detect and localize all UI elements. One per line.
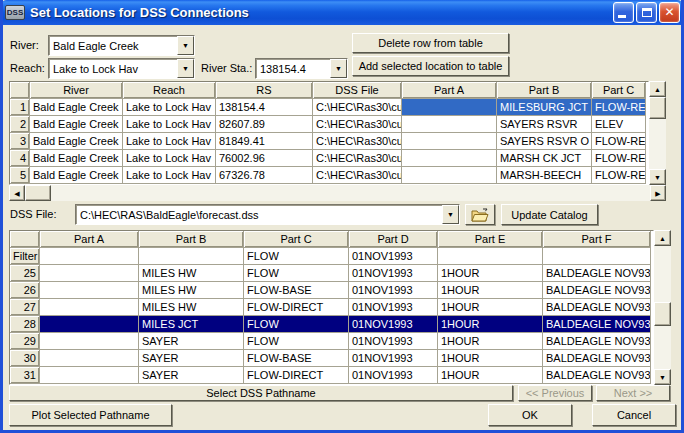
- scroll-down-icon[interactable]: ▼: [654, 369, 671, 385]
- table-cell[interactable]: MILES HW: [139, 282, 244, 299]
- table-cell-selected[interactable]: MILESBURG JCT: [497, 99, 592, 116]
- table-cell[interactable]: 1HOUR: [438, 282, 543, 299]
- table-cell[interactable]: [40, 333, 139, 350]
- table-cell-selected[interactable]: [402, 99, 497, 116]
- select-dss-pathname-button[interactable]: Select DSS Pathname: [9, 385, 513, 401]
- table-cell[interactable]: [402, 150, 497, 167]
- table-cell[interactable]: FLOW-REG: [592, 133, 646, 150]
- pathname-table-vscrollbar[interactable]: ▲ ▼: [654, 230, 671, 385]
- table-cell[interactable]: Lake to Lock Hav: [123, 99, 216, 116]
- table-cell[interactable]: [40, 299, 139, 316]
- table-cell[interactable]: Lake to Lock Hav: [123, 167, 216, 184]
- table-cell[interactable]: MILES HW: [139, 265, 244, 282]
- scrollbar-thumb[interactable]: [649, 97, 666, 119]
- table-cell[interactable]: FLOW-REG: [592, 167, 646, 184]
- table-cell[interactable]: 1HOUR: [438, 333, 543, 350]
- table-cell-selected[interactable]: BALDEAGLE NOV93: [543, 316, 651, 333]
- add-location-button[interactable]: Add selected location to table: [352, 56, 509, 76]
- scroll-up-icon[interactable]: ▲: [654, 230, 671, 246]
- scrollbar-thumb[interactable]: [654, 302, 671, 326]
- table-cell[interactable]: BALDEAGLE NOV93: [543, 282, 651, 299]
- filter-part-f[interactable]: [543, 248, 651, 265]
- table-cell[interactable]: [402, 116, 497, 133]
- upper-table-vscrollbar[interactable]: ▲ ▼: [649, 81, 666, 185]
- cancel-button[interactable]: Cancel: [592, 404, 676, 426]
- minimize-button[interactable]: [613, 2, 634, 23]
- filter-part-b[interactable]: [139, 248, 244, 265]
- table-cell[interactable]: Bald Eagle Creek: [30, 116, 123, 133]
- table-cell[interactable]: MARSH CK JCT: [497, 150, 592, 167]
- table-cell-selected[interactable]: [40, 316, 139, 333]
- river-combobox[interactable]: Bald Eagle Creek ▼: [48, 35, 195, 56]
- table-cell[interactable]: [40, 350, 139, 367]
- table-cell[interactable]: BALDEAGLE NOV93: [543, 367, 651, 384]
- table-cell[interactable]: C:\HEC\Ras30\cu: [313, 150, 402, 167]
- table-cell[interactable]: 82607.89: [216, 116, 313, 133]
- table-cell[interactable]: BALDEAGLE NOV93: [543, 350, 651, 367]
- filter-part-d[interactable]: 01NOV1993: [349, 248, 438, 265]
- table-cell[interactable]: MARSH-BEECH: [497, 167, 592, 184]
- table-cell-selected[interactable]: MILES JCT: [139, 316, 244, 333]
- table-cell[interactable]: 01NOV1993: [349, 265, 438, 282]
- table-cell[interactable]: SAYERS RSVR O: [497, 133, 592, 150]
- table-cell[interactable]: C:\HEC\Ras30\cu: [313, 99, 402, 116]
- table-cell-selected[interactable]: FLOW-REG: [592, 99, 646, 116]
- table-cell[interactable]: C:\HEC\Ras30\cu: [313, 167, 402, 184]
- scroll-right-icon[interactable]: ▶: [650, 185, 666, 201]
- table-cell[interactable]: 67326.78: [216, 167, 313, 184]
- close-button[interactable]: ✕: [659, 2, 680, 23]
- open-file-button[interactable]: [465, 204, 495, 225]
- table-cell[interactable]: BALDEAGLE NOV93: [543, 299, 651, 316]
- table-cell[interactable]: ELEV: [592, 116, 646, 133]
- chevron-down-icon[interactable]: ▼: [177, 59, 194, 78]
- table-cell[interactable]: FLOW-DIRECT: [244, 367, 349, 384]
- scroll-left-icon[interactable]: ◀: [9, 185, 25, 201]
- filter-part-c[interactable]: FLOW: [244, 248, 349, 265]
- table-cell[interactable]: 1HOUR: [438, 367, 543, 384]
- filter-part-a[interactable]: [40, 248, 139, 265]
- title-bar[interactable]: DSS Set Locations for DSS Connections ✕: [0, 0, 684, 25]
- table-cell[interactable]: C:\HEC\Ras30\cu: [313, 133, 402, 150]
- previous-button[interactable]: << Previous: [518, 385, 592, 401]
- table-cell[interactable]: [402, 167, 497, 184]
- table-cell[interactable]: FLOW: [244, 265, 349, 282]
- table-cell[interactable]: 1HOUR: [438, 350, 543, 367]
- table-cell[interactable]: Bald Eagle Creek: [30, 150, 123, 167]
- table-cell[interactable]: BALDEAGLE NOV93: [543, 333, 651, 350]
- table-cell[interactable]: 1HOUR: [438, 299, 543, 316]
- table-cell[interactable]: Bald Eagle Creek: [30, 133, 123, 150]
- table-cell[interactable]: Lake to Lock Hav: [123, 116, 216, 133]
- next-button[interactable]: Next >>: [596, 385, 670, 401]
- upper-table-hscrollbar[interactable]: ◀ ▶: [9, 185, 666, 201]
- table-cell[interactable]: FLOW-BASE: [244, 350, 349, 367]
- ok-button[interactable]: OK: [488, 404, 572, 426]
- scrollbar-thumb[interactable]: [25, 185, 51, 201]
- table-cell[interactable]: 01NOV1993: [349, 367, 438, 384]
- dss-file-combobox[interactable]: C:\HEC\RAS\BaldEagle\forecast.dss ▼: [75, 204, 460, 225]
- chevron-down-icon[interactable]: ▼: [330, 59, 347, 78]
- table-cell[interactable]: SAYER: [139, 367, 244, 384]
- table-cell[interactable]: C:\HEC\Ras30\cu: [313, 116, 402, 133]
- table-cell[interactable]: [402, 133, 497, 150]
- table-cell[interactable]: Lake to Lock Hav: [123, 150, 216, 167]
- table-cell[interactable]: Bald Eagle Creek: [30, 167, 123, 184]
- table-cell[interactable]: Lake to Lock Hav: [123, 133, 216, 150]
- table-cell[interactable]: 01NOV1993: [349, 333, 438, 350]
- table-cell-selected[interactable]: 01NOV1993: [349, 316, 438, 333]
- plot-selected-pathname-button[interactable]: Plot Selected Pathname: [9, 404, 172, 426]
- table-cell[interactable]: 138154.4: [216, 99, 313, 116]
- table-cell[interactable]: MILES HW: [139, 299, 244, 316]
- maximize-button[interactable]: [636, 2, 657, 23]
- table-cell[interactable]: [40, 282, 139, 299]
- table-cell[interactable]: FLOW: [244, 333, 349, 350]
- filter-part-e[interactable]: [438, 248, 543, 265]
- table-cell-selected[interactable]: FLOW: [244, 316, 349, 333]
- table-cell[interactable]: SAYERS RSVR: [497, 116, 592, 133]
- table-cell[interactable]: SAYER: [139, 350, 244, 367]
- chevron-down-icon[interactable]: ▼: [177, 36, 194, 55]
- table-cell[interactable]: [40, 265, 139, 282]
- table-cell[interactable]: FLOW-REG: [592, 150, 646, 167]
- table-cell[interactable]: 1HOUR: [438, 265, 543, 282]
- table-cell[interactable]: 01NOV1993: [349, 282, 438, 299]
- reach-combobox[interactable]: Lake to Lock Hav ▼: [48, 58, 195, 79]
